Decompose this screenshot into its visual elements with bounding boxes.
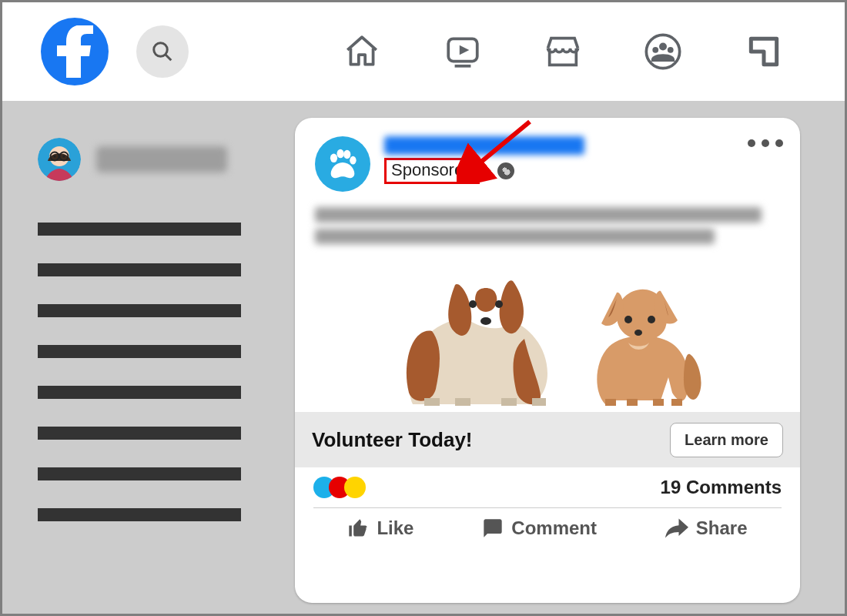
svg-line-1 bbox=[166, 55, 172, 61]
svg-point-18 bbox=[469, 300, 477, 308]
sidebar-item[interactable] bbox=[38, 467, 241, 480]
avatar bbox=[38, 138, 81, 181]
svg-point-16 bbox=[343, 150, 350, 159]
svg-point-17 bbox=[350, 156, 356, 165]
svg-point-4 bbox=[647, 35, 680, 68]
reactions-cluster[interactable] bbox=[313, 477, 360, 498]
sponsored-post: Sponsored · bbox=[295, 118, 800, 603]
page-avatar[interactable] bbox=[315, 136, 370, 192]
search-icon bbox=[151, 40, 174, 63]
facebook-f-icon bbox=[55, 25, 95, 78]
svg-point-0 bbox=[154, 43, 168, 57]
post-stats: 19 Comments bbox=[295, 467, 800, 507]
comment-icon bbox=[482, 517, 504, 539]
nav-gaming[interactable] bbox=[742, 30, 785, 73]
sidebar-profile[interactable] bbox=[38, 138, 253, 181]
svg-point-6 bbox=[653, 47, 659, 53]
nav-icon-row bbox=[312, 30, 814, 73]
sidebar-item[interactable] bbox=[38, 345, 241, 358]
sponsored-label[interactable]: Sponsored bbox=[384, 158, 480, 184]
page-name-link[interactable] bbox=[384, 136, 584, 155]
left-sidebar bbox=[38, 138, 253, 549]
reaction-haha bbox=[344, 477, 366, 498]
svg-point-13 bbox=[62, 155, 65, 157]
cta-headline: Volunteer Today! bbox=[312, 428, 473, 452]
cta-bar: Volunteer Today! Learn more bbox=[295, 412, 800, 467]
share-label: Share bbox=[696, 517, 748, 539]
nav-groups[interactable] bbox=[641, 30, 685, 73]
sidebar-item[interactable] bbox=[38, 427, 241, 440]
search-button[interactable] bbox=[136, 25, 189, 78]
profile-name bbox=[96, 146, 227, 172]
watch-icon bbox=[444, 32, 482, 71]
separator-dot: · bbox=[486, 161, 490, 181]
dogs-illustration bbox=[382, 250, 713, 412]
svg-rect-28 bbox=[605, 399, 616, 406]
post-header: Sponsored · bbox=[295, 118, 800, 192]
comments-count[interactable]: 19 Comments bbox=[661, 477, 782, 498]
svg-rect-30 bbox=[653, 399, 664, 406]
home-icon bbox=[343, 32, 381, 71]
svg-point-20 bbox=[480, 317, 491, 325]
svg-rect-22 bbox=[455, 398, 470, 406]
svg-point-14 bbox=[330, 154, 337, 163]
sidebar-item[interactable] bbox=[38, 304, 241, 317]
svg-rect-29 bbox=[627, 399, 638, 406]
post-action-row: Like Comment Share bbox=[313, 507, 782, 544]
svg-point-27 bbox=[634, 330, 642, 336]
post-meta: Sponsored · bbox=[384, 158, 584, 184]
svg-rect-31 bbox=[671, 399, 682, 406]
groups-icon bbox=[643, 32, 683, 72]
share-button[interactable]: Share bbox=[665, 517, 748, 539]
sidebar-item[interactable] bbox=[38, 223, 241, 236]
post-text bbox=[315, 207, 780, 244]
sidebar-item[interactable] bbox=[38, 508, 241, 521]
nav-home[interactable] bbox=[340, 30, 383, 73]
facebook-logo[interactable] bbox=[41, 18, 109, 85]
svg-rect-23 bbox=[501, 398, 517, 406]
post-image[interactable] bbox=[295, 250, 800, 412]
svg-rect-24 bbox=[532, 398, 546, 406]
post-menu-button[interactable] bbox=[748, 139, 783, 147]
sidebar-item[interactable] bbox=[38, 263, 241, 276]
svg-rect-21 bbox=[424, 398, 440, 406]
like-button[interactable]: Like bbox=[347, 517, 413, 539]
svg-point-25 bbox=[624, 316, 632, 323]
svg-point-19 bbox=[495, 300, 503, 308]
learn-more-button[interactable]: Learn more bbox=[670, 423, 783, 457]
nav-watch[interactable] bbox=[441, 30, 484, 73]
sidebar-item[interactable] bbox=[38, 386, 241, 399]
marketplace-icon bbox=[543, 32, 583, 72]
gaming-icon bbox=[745, 32, 783, 71]
paw-icon bbox=[325, 146, 360, 182]
svg-point-7 bbox=[668, 47, 674, 53]
nav-marketplace[interactable] bbox=[541, 30, 584, 73]
like-icon bbox=[347, 517, 369, 539]
share-icon bbox=[665, 518, 688, 538]
globe-icon[interactable] bbox=[497, 162, 514, 179]
app-frame: Sponsored · bbox=[0, 0, 847, 616]
like-label: Like bbox=[377, 517, 413, 539]
top-nav bbox=[2, 2, 845, 101]
svg-point-5 bbox=[659, 43, 667, 51]
svg-point-12 bbox=[53, 155, 55, 157]
svg-point-26 bbox=[648, 316, 655, 323]
comment-button[interactable]: Comment bbox=[482, 517, 597, 539]
svg-point-15 bbox=[337, 149, 344, 159]
comment-label: Comment bbox=[511, 517, 597, 539]
